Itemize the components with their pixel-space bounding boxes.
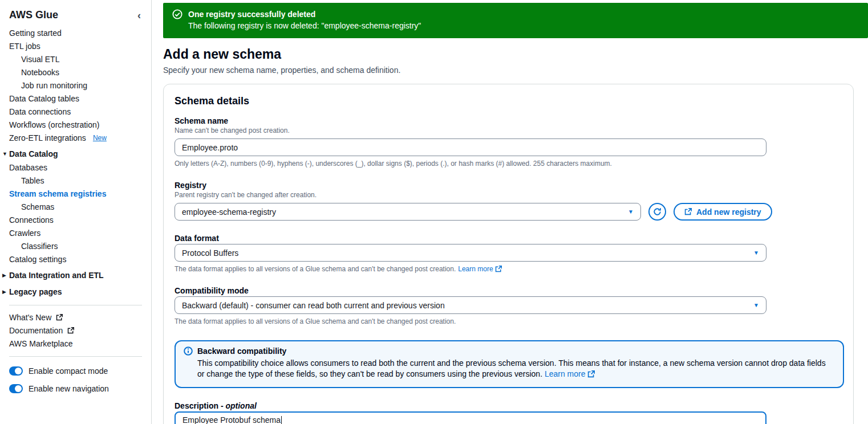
caret-right-icon: ▶ — [2, 272, 6, 278]
external-link-icon — [587, 370, 595, 378]
description-label-separator: - — [218, 401, 225, 410]
data-format-field: Data format Protocol Buffers ▼ The data … — [175, 234, 842, 273]
description-field: Description - optional Employee Protobuf… — [175, 401, 842, 424]
schema-name-input[interactable] — [175, 138, 766, 156]
data-format-select[interactable]: Protocol Buffers ▼ — [175, 244, 766, 262]
app-title: AWS Glue — [9, 9, 58, 21]
info-box-title: Backward compatibility — [197, 346, 286, 356]
caret-down-icon: ▼ — [628, 209, 634, 215]
sidebar-section-label: Data Catalog — [9, 149, 58, 158]
new-badge: New — [93, 134, 107, 142]
sidebar-item-tables[interactable]: Tables — [0, 174, 151, 187]
sidebar-item-catalog-settings[interactable]: Catalog settings — [0, 253, 151, 266]
sidebar-header: AWS Glue ‹ — [0, 7, 151, 27]
page-title: Add a new schema — [163, 47, 868, 62]
compatibility-label: Compatibility mode — [175, 286, 842, 295]
text-cursor — [281, 416, 282, 424]
toggle-enable-new-navigation[interactable]: Enable new navigation — [0, 380, 151, 398]
learn-more-label: Learn more — [458, 265, 493, 273]
description-label-optional: optional — [225, 401, 256, 410]
info-icon — [184, 346, 193, 356]
flashbar-title: One registry successfully deleted — [188, 9, 421, 20]
description-textarea[interactable]: Employee Protobuf schema — [175, 411, 766, 424]
toggle-switch[interactable] — [9, 366, 23, 376]
sidebar-item-documentation[interactable]: Documentation — [0, 324, 151, 337]
external-link-icon — [495, 266, 502, 272]
sidebar-item-databases[interactable]: Databases — [0, 161, 151, 174]
refresh-button[interactable] — [648, 203, 666, 221]
sidebar-item-label: Tables — [21, 176, 44, 185]
sidebar-item-etl-jobs[interactable]: ETL jobs — [0, 40, 151, 53]
sidebar-item-label: Zero-ETL integrations — [9, 133, 86, 142]
sidebar-item-label: Documentation — [9, 326, 63, 335]
toggle-enable-compact-mode[interactable]: Enable compact mode — [0, 362, 151, 380]
sidebar-item-label: Visual ETL — [21, 55, 59, 64]
schema-details-title: Schema details — [175, 95, 842, 107]
compatibility-select[interactable]: Backward (default) - consumer can read b… — [175, 296, 766, 314]
sidebar-item-job-run-monitoring[interactable]: Job run monitoring — [0, 79, 151, 92]
description-label-text: Description — [175, 401, 218, 410]
schema-details-card: Schema details Schema name Name can't be… — [163, 84, 854, 424]
toggle-switch[interactable] — [9, 384, 23, 393]
sidebar-item-data-connections[interactable]: Data connections — [0, 105, 151, 119]
main-content: One registry successfully deleted The fo… — [152, 0, 868, 424]
sidebar-item-connections[interactable]: Connections — [0, 214, 151, 227]
sidebar-item-data-catalog-tables[interactable]: Data Catalog tables — [0, 92, 151, 105]
registry-label: Registry — [175, 181, 842, 190]
info-box-text: This compatibility choice allows consume… — [197, 358, 826, 378]
schema-name-field: Schema name Name can't be changed post c… — [175, 116, 842, 168]
registry-help: Parent registry can't be changed after c… — [175, 191, 842, 199]
data-format-help: The data format applies to all versions … — [175, 265, 456, 273]
success-flashbar: One registry successfully deleted The fo… — [163, 3, 868, 38]
sidebar-section-data-integration-and-etl[interactable]: ▶Data Integration and ETL — [0, 266, 151, 283]
sidebar-item-label: Notebooks — [21, 68, 59, 77]
registry-row: employee-schema-registry ▼ Add new regis… — [175, 203, 842, 221]
sidebar-item-notebooks[interactable]: Notebooks — [0, 66, 151, 79]
sidebar-divider — [9, 356, 142, 357]
caret-down-icon: ▼ — [753, 250, 759, 256]
data-format-select-value: Protocol Buffers — [182, 248, 238, 258]
sidebar-item-stream-schema-registries[interactable]: Stream schema registries — [0, 187, 151, 201]
sidebar-section-legacy-pages[interactable]: ▶Legacy pages — [0, 283, 151, 299]
data-format-label: Data format — [175, 234, 842, 243]
backward-compatibility-info-box: Backward compatibility This compatibilit… — [175, 340, 844, 388]
sidebar: AWS Glue ‹ Getting startedETL jobsVisual… — [0, 0, 152, 424]
add-new-registry-button[interactable]: Add new registry — [674, 203, 772, 221]
sidebar-section-label: Data Integration and ETL — [9, 271, 104, 280]
sidebar-section-label: Legacy pages — [9, 287, 62, 296]
sidebar-item-visual-etl[interactable]: Visual ETL — [0, 53, 151, 66]
schema-name-help: Name can't be changed post creation. — [175, 127, 842, 134]
sidebar-item-zero-etl-integrations[interactable]: Zero-ETL integrationsNew — [0, 132, 151, 145]
sidebar-item-aws-marketplace[interactable]: AWS Marketplace — [0, 337, 151, 350]
sidebar-item-label: Connections — [9, 215, 54, 225]
sidebar-divider — [9, 305, 142, 305]
sidebar-item-label: Job run monitoring — [21, 81, 87, 90]
compatibility-constraint: The data format applies to all versions … — [175, 317, 842, 325]
registry-select-value: employee-schema-registry — [182, 207, 276, 217]
data-format-constraint: The data format applies to all versions … — [175, 265, 842, 273]
sidebar-collapse-icon[interactable]: ‹ — [137, 10, 141, 21]
external-link-icon — [684, 208, 692, 215]
success-check-icon — [172, 9, 182, 19]
add-new-registry-label: Add new registry — [696, 207, 761, 217]
caret-right-icon: ▶ — [2, 289, 6, 295]
sidebar-item-what-s-new[interactable]: What's New — [0, 311, 151, 324]
sidebar-item-label: Databases — [9, 163, 47, 172]
sidebar-item-getting-started[interactable]: Getting started — [0, 27, 151, 40]
learn-more-link[interactable]: Learn more — [458, 265, 501, 273]
sidebar-section-data-catalog[interactable]: ▼Data Catalog — [0, 145, 151, 161]
description-value: Employee Protobuf schema — [182, 415, 281, 424]
sidebar-item-label: What's New — [9, 313, 51, 322]
sidebar-item-workflows-orchestration[interactable]: Workflows (orchestration) — [0, 119, 151, 132]
registry-field: Registry Parent registry can't be change… — [175, 181, 842, 221]
sidebar-item-classifiers[interactable]: Classifiers — [0, 240, 151, 253]
flashbar-text: One registry successfully deleted The fo… — [188, 9, 421, 31]
learn-more-link[interactable]: Learn more — [545, 369, 595, 380]
compatibility-select-value: Backward (default) - consumer can read b… — [182, 301, 445, 310]
caret-down-icon: ▼ — [2, 151, 7, 157]
sidebar-item-schemas[interactable]: Schemas — [0, 201, 151, 214]
registry-select[interactable]: employee-schema-registry ▼ — [175, 203, 641, 221]
sidebar-item-label: Schemas — [21, 202, 54, 211]
sidebar-item-crawlers[interactable]: Crawlers — [0, 227, 151, 240]
toggle-label: Enable compact mode — [29, 366, 108, 376]
